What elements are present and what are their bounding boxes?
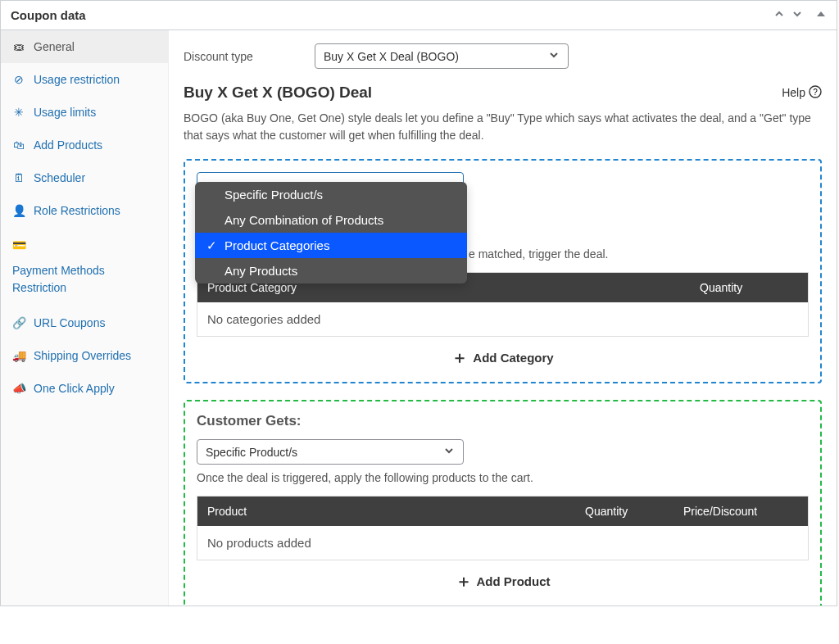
- megaphone-icon: 📣: [12, 382, 25, 395]
- sidebar-item-shipping-overrides[interactable]: 🚚 Shipping Overrides: [1, 339, 168, 372]
- panel-move-down-icon[interactable]: [791, 7, 804, 23]
- plus-icon: ＋: [451, 347, 468, 369]
- discount-type-value: Buy X Get X Deal (BOGO): [324, 50, 459, 63]
- main-content: Discount type Buy X Get X Deal (BOGO) Bu…: [169, 30, 837, 605]
- discount-type-label: Discount type: [184, 50, 265, 63]
- sidebar-item-role-restrictions[interactable]: 👤 Role Restrictions: [1, 194, 168, 227]
- calendar-icon: 🗓: [12, 171, 25, 184]
- description: BOGO (aka Buy One, Get One) style deals …: [184, 110, 822, 144]
- sidebar-item-payment-methods-restriction[interactable]: 💳 Payment Methods Restriction: [1, 227, 168, 306]
- user-icon: 👤: [12, 204, 25, 217]
- sidebar-item-general[interactable]: 🎟 General: [1, 30, 168, 63]
- add-product-button[interactable]: ＋ Add Product: [197, 560, 809, 594]
- sidebar-item-label: Shipping Overrides: [34, 349, 131, 362]
- sidebar-item-label: General: [34, 40, 75, 53]
- sidebar-item-label: URL Coupons: [34, 316, 105, 329]
- ticket-icon: 🎟: [12, 40, 25, 53]
- truck-icon: 🚚: [12, 349, 25, 362]
- panel-collapse-icon[interactable]: [815, 8, 827, 22]
- panel-header: Coupon data: [1, 1, 837, 30]
- gets-table-empty: No products added: [197, 526, 808, 560]
- svg-text:?: ?: [813, 88, 818, 97]
- sidebar-item-label: Payment Methods Restriction: [12, 262, 156, 297]
- customer-buys-box: Specific Product/s Any Combination of Pr…: [184, 159, 822, 383]
- plus-icon: ＋: [456, 570, 472, 592]
- help-link[interactable]: Help ?: [782, 85, 822, 101]
- limits-icon: ✳: [12, 106, 25, 119]
- dropdown-option-product-categories[interactable]: Product Categories: [195, 233, 467, 258]
- dropdown-option-specific-products[interactable]: Specific Product/s: [195, 182, 467, 207]
- panel-move-up-icon[interactable]: [773, 7, 786, 23]
- table-header-quantity: Quantity: [585, 505, 683, 518]
- gets-title: Customer Gets:: [197, 413, 809, 429]
- table-header-quantity: Quantity: [700, 281, 798, 294]
- sidebar-item-usage-restriction[interactable]: ⊘ Usage restriction: [1, 63, 168, 96]
- sidebar-item-label: Role Restrictions: [34, 204, 120, 217]
- discount-type-select[interactable]: Buy X Get X Deal (BOGO): [315, 43, 569, 69]
- chevron-down-icon: [443, 445, 455, 459]
- gets-help: Once the deal is triggered, apply the fo…: [197, 471, 809, 484]
- sidebar-item-label: Scheduler: [34, 171, 85, 184]
- help-label: Help: [782, 86, 805, 99]
- sidebar: 🎟 General ⊘ Usage restriction ✳ Usage li…: [1, 30, 169, 605]
- ban-icon: ⊘: [12, 73, 25, 86]
- customer-gets-box: Customer Gets: Specific Product/s Once t…: [184, 400, 822, 605]
- sidebar-item-label: One Click Apply: [34, 382, 115, 395]
- sidebar-item-url-coupons[interactable]: 🔗 URL Coupons: [1, 306, 168, 339]
- buys-table-empty: No categories added: [197, 302, 808, 336]
- page-heading: Buy X Get X (BOGO) Deal: [184, 84, 372, 102]
- gets-type-value: Specific Product/s: [206, 446, 297, 459]
- sidebar-item-one-click-apply[interactable]: 📣 One Click Apply: [1, 372, 168, 405]
- sidebar-item-label: Usage restriction: [34, 73, 120, 86]
- panel-title: Coupon data: [11, 8, 86, 22]
- dropdown-option-any-products[interactable]: Any Products: [195, 258, 467, 283]
- buys-type-dropdown: Specific Product/s Any Combination of Pr…: [195, 182, 467, 283]
- sidebar-item-usage-limits[interactable]: ✳ Usage limits: [1, 96, 168, 129]
- add-product-label: Add Product: [477, 574, 551, 588]
- card-icon: 💳: [12, 237, 25, 254]
- table-header-price-discount: Price/Discount: [683, 505, 798, 518]
- bag-icon: 🛍: [12, 138, 25, 152]
- sidebar-item-label: Add Products: [34, 138, 102, 152]
- gets-table: Product Quantity Price/Discount No produ…: [197, 496, 809, 560]
- chevron-down-icon: [548, 49, 560, 63]
- sidebar-item-scheduler[interactable]: 🗓 Scheduler: [1, 161, 168, 194]
- dropdown-option-any-combination[interactable]: Any Combination of Products: [195, 207, 467, 233]
- link-icon: 🔗: [12, 316, 25, 329]
- table-header-product: Product: [207, 505, 585, 518]
- gets-type-select[interactable]: Specific Product/s: [197, 439, 464, 465]
- sidebar-item-add-products[interactable]: 🛍 Add Products: [1, 129, 168, 161]
- add-category-button[interactable]: ＋ Add Category: [197, 337, 809, 370]
- help-icon: ?: [809, 85, 822, 101]
- sidebar-item-label: Usage limits: [34, 106, 96, 119]
- add-category-label: Add Category: [473, 351, 553, 365]
